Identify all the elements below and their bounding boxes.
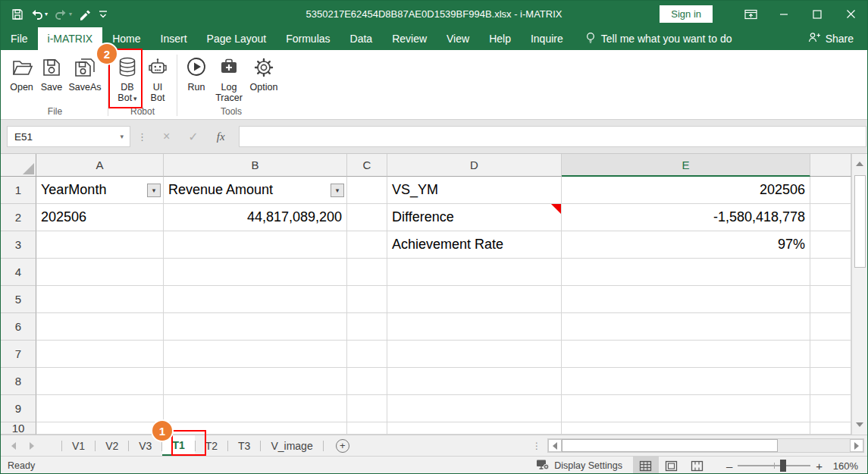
undo-button[interactable]: ▾: [30, 8, 48, 20]
cell[interactable]: [347, 259, 387, 286]
cell[interactable]: [164, 395, 347, 422]
run-button[interactable]: Run: [181, 52, 212, 105]
cell-c1[interactable]: [347, 177, 387, 204]
column-header-a[interactable]: A: [36, 154, 164, 177]
tab-home[interactable]: Home: [102, 27, 150, 50]
view-page-break-icon[interactable]: [685, 457, 710, 474]
row-header-2[interactable]: 2: [1, 204, 36, 231]
close-button[interactable]: [834, 1, 867, 27]
cell[interactable]: [36, 368, 164, 395]
tab-help[interactable]: Help: [479, 27, 521, 50]
zoom-slider-handle[interactable]: [780, 460, 786, 472]
sheet-tab-t2[interactable]: T2: [196, 435, 227, 456]
sheet-tab-t3[interactable]: T3: [228, 435, 260, 456]
cell[interactable]: [387, 422, 562, 435]
row-header-6[interactable]: 6: [1, 313, 36, 341]
cell-a1[interactable]: YearMonth ▾: [36, 177, 164, 204]
formula-input[interactable]: [239, 126, 866, 147]
sign-in-button[interactable]: Sign in: [660, 5, 713, 23]
cell[interactable]: [347, 368, 387, 395]
cell[interactable]: [562, 368, 810, 395]
option-button[interactable]: Option: [246, 52, 281, 105]
horizontal-scrollbar[interactable]: [547, 438, 864, 453]
zoom-in-button[interactable]: +: [810, 460, 828, 472]
cell[interactable]: [387, 395, 562, 422]
cell[interactable]: [164, 259, 347, 286]
name-box[interactable]: E51 ▾: [7, 126, 130, 147]
cell[interactable]: [164, 368, 347, 395]
cell[interactable]: [164, 286, 347, 313]
cell[interactable]: [387, 368, 562, 395]
tab-page-layout[interactable]: Page Layout: [197, 27, 277, 50]
filter-dropdown-a1[interactable]: ▾: [147, 184, 161, 197]
cell[interactable]: [810, 286, 851, 313]
cell-c3[interactable]: [347, 231, 387, 259]
cell-b3[interactable]: [164, 231, 347, 259]
view-normal-icon[interactable]: [633, 457, 659, 474]
zoom-out-button[interactable]: –: [721, 460, 738, 472]
cell-a2[interactable]: 202506: [36, 204, 164, 231]
share-button[interactable]: Share: [794, 27, 867, 50]
db-bot-button[interactable]: DB Bot▾: [112, 52, 143, 105]
cell[interactable]: [387, 341, 562, 368]
cell[interactable]: [387, 286, 562, 313]
cell[interactable]: [36, 395, 164, 422]
cell[interactable]: [562, 422, 810, 435]
tab-insert[interactable]: Insert: [151, 27, 197, 50]
ui-bot-button[interactable]: UI Bot: [143, 52, 173, 105]
maximize-button[interactable]: [801, 1, 834, 27]
confirm-entry-icon[interactable]: ✓: [179, 130, 207, 144]
cell-f3[interactable]: [810, 231, 851, 259]
cell[interactable]: [347, 286, 387, 313]
format-painter-icon[interactable]: [79, 8, 92, 20]
tab-file[interactable]: File: [1, 27, 38, 50]
cell[interactable]: [36, 313, 164, 341]
scroll-down-icon[interactable]: [853, 415, 867, 435]
row-header-4[interactable]: 4: [1, 259, 36, 286]
cell-d1[interactable]: VS_YM: [387, 177, 562, 204]
customize-qat-icon[interactable]: [99, 9, 108, 19]
cell-a3[interactable]: [36, 231, 164, 259]
cell-c2[interactable]: [347, 204, 387, 231]
sheet-tab-v2[interactable]: V2: [96, 435, 128, 456]
cell-f1[interactable]: [810, 177, 851, 204]
column-header-e-selected[interactable]: E: [562, 154, 810, 177]
cell-b2[interactable]: 44,817,089,200: [164, 204, 347, 231]
cancel-entry-icon[interactable]: ×: [154, 130, 179, 143]
display-settings-button[interactable]: Display Settings: [525, 457, 633, 474]
cell[interactable]: [562, 395, 810, 422]
cell[interactable]: [36, 259, 164, 286]
select-all-corner[interactable]: [1, 154, 36, 177]
sheet-tab-v-image[interactable]: V_image: [261, 435, 322, 456]
filter-dropdown-b1[interactable]: ▾: [331, 184, 344, 197]
zoom-level[interactable]: 160%: [828, 460, 867, 472]
scroll-left-icon[interactable]: [548, 439, 562, 452]
cell[interactable]: [347, 395, 387, 422]
cell[interactable]: [562, 313, 810, 341]
tab-view[interactable]: View: [437, 27, 479, 50]
cell[interactable]: [387, 313, 562, 341]
next-sheet-icon[interactable]: [30, 442, 34, 450]
cell[interactable]: [164, 422, 347, 435]
cell-d3[interactable]: Achievement Rate: [387, 231, 562, 259]
cell-e3[interactable]: 97%: [562, 231, 810, 259]
tell-me-box[interactable]: Tell me what you want to do: [576, 27, 741, 50]
redo-caret-icon[interactable]: ▾: [69, 11, 72, 17]
scroll-right-icon[interactable]: [850, 439, 863, 452]
row-header-1[interactable]: 1: [1, 177, 36, 204]
tab-inquire[interactable]: Inquire: [521, 27, 573, 50]
cell-b1[interactable]: Revenue Amount ▾: [164, 177, 347, 204]
new-sheet-icon[interactable]: +: [336, 439, 349, 453]
save-as-button[interactable]: SaveAs: [66, 52, 104, 105]
row-header-7[interactable]: 7: [1, 341, 36, 368]
cell-e2[interactable]: -1,580,418,778: [562, 204, 810, 231]
cell[interactable]: [164, 341, 347, 368]
formula-bar-grip-icon[interactable]: ⋮: [130, 131, 154, 143]
zoom-slider[interactable]: [738, 465, 810, 466]
row-header-5[interactable]: 5: [1, 286, 36, 313]
cell[interactable]: [810, 422, 851, 435]
log-tracer-button[interactable]: Log Tracer: [212, 52, 246, 105]
minimize-button[interactable]: [767, 1, 801, 27]
cell-d2[interactable]: Difference: [387, 204, 562, 231]
cell[interactable]: [347, 341, 387, 368]
